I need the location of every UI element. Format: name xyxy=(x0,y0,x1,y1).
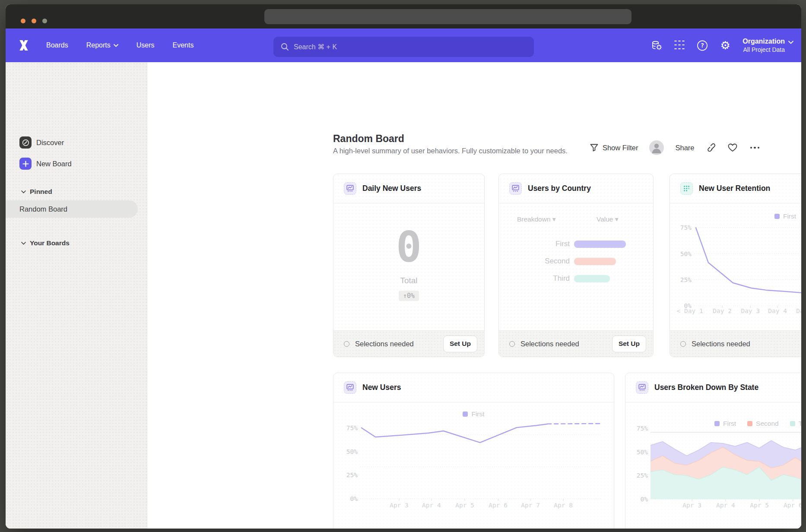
discover-compass-icon xyxy=(19,136,32,149)
status-circle-icon xyxy=(509,341,515,347)
card-title: Daily New Users xyxy=(362,184,421,193)
svg-text:< Day 1: < Day 1 xyxy=(677,307,703,314)
stacked-area-chart: 75%50%25%0%Apr 3Apr 4Apr 5Apr 6Apr 7Apr … xyxy=(625,373,801,529)
data-management-icon[interactable] xyxy=(651,40,662,51)
top-navbar: Boards Reports Users Events Search ⌘ + K xyxy=(6,28,801,62)
search-icon xyxy=(281,43,289,51)
org-selector[interactable]: Organization All Project Data xyxy=(743,38,793,53)
share-button[interactable]: Share xyxy=(675,144,694,152)
country-bar-row: First xyxy=(499,235,653,253)
svg-text:50%: 50% xyxy=(680,250,692,257)
avatar[interactable] xyxy=(649,140,664,155)
svg-text:Apr 6: Apr 6 xyxy=(489,502,508,509)
mixpanel-logo[interactable] xyxy=(18,40,29,51)
window-minimize-button[interactable] xyxy=(32,19,36,23)
chevron-down-icon xyxy=(114,44,118,47)
svg-text:Apr 4: Apr 4 xyxy=(716,502,735,509)
browser-window: Boards Reports Users Events Search ⌘ + K xyxy=(6,4,801,529)
apps-grid-icon[interactable] xyxy=(674,40,685,51)
copy-link-icon[interactable] xyxy=(707,143,716,152)
nav-item-boards[interactable]: Boards xyxy=(46,41,68,49)
window-close-button[interactable] xyxy=(21,19,25,23)
svg-text:Apr 4: Apr 4 xyxy=(422,502,441,509)
card-new-user-retention: New User Retention First 75%50%25%0%< Da… xyxy=(670,174,801,357)
set-up-button[interactable]: Set Up xyxy=(612,336,646,352)
sidebar-item-random-board[interactable]: Random Board xyxy=(6,200,138,218)
svg-text:Day 2: Day 2 xyxy=(713,307,732,314)
svg-text:50%: 50% xyxy=(346,448,358,455)
svg-text:Apr 5: Apr 5 xyxy=(455,502,474,509)
svg-text:Apr 7: Apr 7 xyxy=(521,502,540,509)
org-project: All Project Data xyxy=(743,46,785,53)
value-dropdown[interactable]: Value ▾ xyxy=(597,215,619,223)
svg-text:75%: 75% xyxy=(637,425,648,432)
card-new-users: New Users First 75%50%25%0%Apr 3Apr 4Apr… xyxy=(333,373,614,529)
svg-text:75%: 75% xyxy=(346,424,358,431)
help-icon[interactable]: ? xyxy=(697,40,708,51)
metric-label: Total xyxy=(333,276,484,285)
page-subtitle: A high-level summary of user behaviors. … xyxy=(333,147,568,155)
svg-text:50%: 50% xyxy=(637,449,648,456)
card-title: Users by Country xyxy=(528,184,591,193)
insights-chart-icon xyxy=(344,182,356,195)
page-title: Random Board xyxy=(333,133,404,145)
sidebar: Discover New Board Pinned Random Board Y… xyxy=(6,62,147,529)
filter-funnel-icon xyxy=(590,144,598,152)
svg-text:0%: 0% xyxy=(641,496,648,503)
status-circle-icon xyxy=(680,341,686,347)
insights-chart-icon xyxy=(509,182,522,195)
svg-text:75%: 75% xyxy=(680,224,692,231)
address-bar[interactable] xyxy=(264,9,631,24)
nav-item-events[interactable]: Events xyxy=(173,41,194,49)
sidebar-item-discover[interactable]: Discover xyxy=(19,136,64,149)
svg-text:0%: 0% xyxy=(350,495,358,502)
svg-text:Day 4: Day 4 xyxy=(768,307,787,314)
nav-item-reports[interactable]: Reports xyxy=(86,41,118,49)
svg-text:Day 5: Day 5 xyxy=(796,307,801,314)
more-options-button[interactable] xyxy=(750,147,760,149)
org-name: Organization xyxy=(743,38,785,45)
svg-text:25%: 25% xyxy=(637,472,648,479)
svg-text:Apr 5: Apr 5 xyxy=(750,502,769,509)
new-board-plus-icon xyxy=(19,158,32,170)
main-content: Random Board A high-level summary of use… xyxy=(147,62,801,529)
sidebar-section-your-boards[interactable]: Your Boards xyxy=(21,239,70,247)
svg-text:Day 3: Day 3 xyxy=(741,307,760,314)
settings-gear-icon[interactable]: ⚙ xyxy=(720,40,731,51)
breakdown-dropdown[interactable]: Breakdown ▾ xyxy=(517,215,556,223)
window-titlebar xyxy=(6,4,801,28)
svg-text:Apr 8: Apr 8 xyxy=(554,502,573,509)
chevron-down-icon xyxy=(21,190,26,193)
sidebar-section-pinned[interactable]: Pinned xyxy=(21,188,52,196)
new-users-line-chart: 75%50%25%0%Apr 3Apr 4Apr 5Apr 6Apr 7Apr … xyxy=(333,373,614,529)
set-up-button[interactable]: Set Up xyxy=(443,336,477,352)
chevron-down-icon xyxy=(21,242,26,245)
card-users-by-state: Users Broken Down By State First Second … xyxy=(625,373,801,529)
show-filter-button[interactable]: Show Filter xyxy=(590,144,638,152)
search-input[interactable]: Search ⌘ + K xyxy=(273,37,534,57)
status-circle-icon xyxy=(344,341,349,347)
svg-text:25%: 25% xyxy=(680,276,692,283)
card-users-by-country: Users by Country Breakdown ▾ Value ▾ Fir… xyxy=(498,174,654,357)
favorite-heart-icon[interactable] xyxy=(728,143,737,152)
card-daily-new-users: Daily New Users 0 Total ↑0% Selections n… xyxy=(333,174,485,357)
chevron-down-icon xyxy=(788,41,793,44)
svg-text:25%: 25% xyxy=(346,472,358,478)
metric-change-badge: ↑0% xyxy=(399,291,419,301)
country-bar-row: Second xyxy=(499,253,653,270)
country-bar-row: Third xyxy=(499,270,653,287)
metric-value: 0 xyxy=(333,226,484,268)
svg-text:Apr 3: Apr 3 xyxy=(390,502,409,509)
svg-text:Apr 6: Apr 6 xyxy=(784,502,801,509)
nav-item-users[interactable]: Users xyxy=(136,41,155,49)
svg-text:?: ? xyxy=(701,42,704,49)
sidebar-item-new-board[interactable]: New Board xyxy=(19,158,72,170)
retention-line-chart: 75%50%25%0%< Day 1Day 2Day 3Day 4Day 5Da… xyxy=(670,174,801,357)
svg-text:Apr 3: Apr 3 xyxy=(682,502,701,509)
window-zoom-button[interactable] xyxy=(42,19,47,23)
